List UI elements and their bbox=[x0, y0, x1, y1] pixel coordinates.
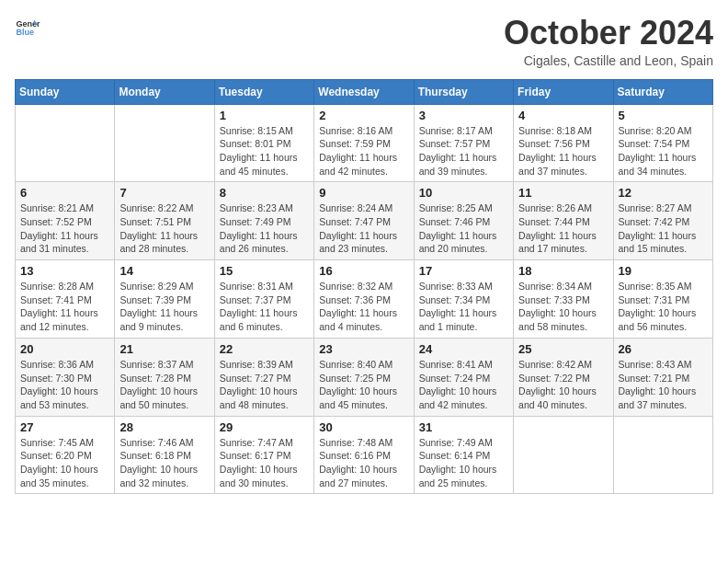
calendar-cell: 6Sunrise: 8:21 AM Sunset: 7:52 PM Daylig… bbox=[16, 182, 115, 260]
day-info: Sunrise: 8:43 AM Sunset: 7:21 PM Dayligh… bbox=[619, 358, 708, 412]
calendar-cell: 9Sunrise: 8:24 AM Sunset: 7:47 PM Daylig… bbox=[314, 182, 414, 260]
calendar-cell: 8Sunrise: 8:23 AM Sunset: 7:49 PM Daylig… bbox=[214, 182, 313, 260]
calendar-cell: 15Sunrise: 8:31 AM Sunset: 7:37 PM Dayli… bbox=[214, 260, 313, 339]
day-number: 11 bbox=[518, 186, 608, 200]
calendar-cell: 18Sunrise: 8:34 AM Sunset: 7:33 PM Dayli… bbox=[514, 260, 613, 339]
day-info: Sunrise: 8:21 AM Sunset: 7:52 PM Dayligh… bbox=[20, 201, 109, 256]
day-number: 21 bbox=[119, 342, 209, 356]
day-info: Sunrise: 8:32 AM Sunset: 7:36 PM Dayligh… bbox=[319, 280, 408, 334]
calendar-cell: 30Sunrise: 7:48 AM Sunset: 6:16 PM Dayli… bbox=[314, 416, 414, 494]
day-info: Sunrise: 8:37 AM Sunset: 7:28 PM Dayligh… bbox=[119, 358, 209, 412]
day-of-week-header: Monday bbox=[115, 79, 214, 104]
calendar-cell: 29Sunrise: 7:47 AM Sunset: 6:17 PM Dayli… bbox=[214, 416, 313, 494]
day-of-week-header: Wednesday bbox=[314, 79, 414, 104]
calendar-cell: 17Sunrise: 8:33 AM Sunset: 7:34 PM Dayli… bbox=[414, 260, 513, 339]
calendar-cell: 31Sunrise: 7:49 AM Sunset: 6:14 PM Dayli… bbox=[414, 416, 513, 494]
day-info: Sunrise: 8:16 AM Sunset: 7:59 PM Dayligh… bbox=[319, 124, 408, 178]
day-info: Sunrise: 8:22 AM Sunset: 7:51 PM Dayligh… bbox=[119, 201, 209, 256]
day-info: Sunrise: 8:27 AM Sunset: 7:42 PM Dayligh… bbox=[619, 201, 708, 256]
day-number: 28 bbox=[119, 420, 209, 434]
month-title: October 2024 bbox=[504, 15, 713, 52]
day-number: 23 bbox=[319, 342, 408, 356]
day-info: Sunrise: 8:25 AM Sunset: 7:46 PM Dayligh… bbox=[419, 201, 508, 256]
day-number: 27 bbox=[20, 420, 109, 434]
calendar-cell: 7Sunrise: 8:22 AM Sunset: 7:51 PM Daylig… bbox=[115, 182, 214, 260]
day-info: Sunrise: 8:33 AM Sunset: 7:34 PM Dayligh… bbox=[419, 280, 508, 334]
day-of-week-header: Friday bbox=[514, 79, 613, 104]
calendar-cell: 23Sunrise: 8:40 AM Sunset: 7:25 PM Dayli… bbox=[314, 338, 414, 416]
day-info: Sunrise: 8:31 AM Sunset: 7:37 PM Dayligh… bbox=[220, 280, 309, 334]
calendar-cell: 3Sunrise: 8:17 AM Sunset: 7:57 PM Daylig… bbox=[414, 104, 513, 182]
day-info: Sunrise: 8:42 AM Sunset: 7:22 PM Dayligh… bbox=[518, 358, 608, 412]
day-number: 5 bbox=[619, 109, 708, 122]
calendar-cell: 19Sunrise: 8:35 AM Sunset: 7:31 PM Dayli… bbox=[613, 260, 712, 339]
day-number: 18 bbox=[518, 264, 608, 278]
day-info: Sunrise: 8:18 AM Sunset: 7:56 PM Dayligh… bbox=[518, 124, 608, 178]
calendar-cell: 14Sunrise: 8:29 AM Sunset: 7:39 PM Dayli… bbox=[115, 260, 214, 339]
day-number: 7 bbox=[119, 186, 209, 200]
day-info: Sunrise: 8:36 AM Sunset: 7:30 PM Dayligh… bbox=[20, 358, 109, 412]
calendar-cell bbox=[115, 104, 214, 182]
day-number: 17 bbox=[419, 264, 508, 278]
calendar-cell bbox=[514, 416, 613, 494]
day-info: Sunrise: 8:20 AM Sunset: 7:54 PM Dayligh… bbox=[619, 124, 708, 178]
calendar-cell: 20Sunrise: 8:36 AM Sunset: 7:30 PM Dayli… bbox=[16, 338, 115, 416]
calendar-cell: 27Sunrise: 7:45 AM Sunset: 6:20 PM Dayli… bbox=[16, 416, 115, 494]
day-number: 1 bbox=[220, 109, 309, 122]
calendar-cell: 13Sunrise: 8:28 AM Sunset: 7:41 PM Dayli… bbox=[16, 260, 115, 339]
day-number: 22 bbox=[220, 342, 309, 356]
day-info: Sunrise: 7:47 AM Sunset: 6:17 PM Dayligh… bbox=[220, 436, 309, 490]
calendar-cell: 1Sunrise: 8:15 AM Sunset: 8:01 PM Daylig… bbox=[214, 104, 313, 182]
day-of-week-header: Thursday bbox=[414, 79, 513, 104]
calendar-cell: 24Sunrise: 8:41 AM Sunset: 7:24 PM Dayli… bbox=[414, 338, 513, 416]
day-info: Sunrise: 8:17 AM Sunset: 7:57 PM Dayligh… bbox=[419, 124, 508, 178]
day-info: Sunrise: 8:41 AM Sunset: 7:24 PM Dayligh… bbox=[419, 358, 508, 412]
day-number: 2 bbox=[319, 109, 408, 122]
day-info: Sunrise: 8:23 AM Sunset: 7:49 PM Dayligh… bbox=[220, 201, 309, 256]
location-subtitle: Cigales, Castille and Leon, Spain bbox=[504, 53, 713, 68]
day-info: Sunrise: 7:49 AM Sunset: 6:14 PM Dayligh… bbox=[419, 436, 508, 490]
calendar-cell: 22Sunrise: 8:39 AM Sunset: 7:27 PM Dayli… bbox=[214, 338, 313, 416]
day-number: 14 bbox=[119, 264, 209, 278]
day-number: 13 bbox=[20, 264, 109, 278]
day-info: Sunrise: 8:40 AM Sunset: 7:25 PM Dayligh… bbox=[319, 358, 408, 412]
day-info: Sunrise: 8:24 AM Sunset: 7:47 PM Dayligh… bbox=[319, 201, 408, 256]
day-number: 25 bbox=[518, 342, 608, 356]
day-number: 30 bbox=[319, 420, 408, 434]
calendar-cell: 26Sunrise: 8:43 AM Sunset: 7:21 PM Dayli… bbox=[613, 338, 712, 416]
calendar-cell: 12Sunrise: 8:27 AM Sunset: 7:42 PM Dayli… bbox=[613, 182, 712, 260]
day-info: Sunrise: 7:45 AM Sunset: 6:20 PM Dayligh… bbox=[20, 436, 109, 490]
calendar-cell: 11Sunrise: 8:26 AM Sunset: 7:44 PM Dayli… bbox=[514, 182, 613, 260]
day-info: Sunrise: 8:28 AM Sunset: 7:41 PM Dayligh… bbox=[20, 280, 109, 334]
day-info: Sunrise: 8:29 AM Sunset: 7:39 PM Dayligh… bbox=[119, 280, 209, 334]
day-number: 15 bbox=[220, 264, 309, 278]
day-number: 12 bbox=[619, 186, 708, 200]
day-number: 9 bbox=[319, 186, 408, 200]
calendar-cell: 28Sunrise: 7:46 AM Sunset: 6:18 PM Dayli… bbox=[115, 416, 214, 494]
calendar-cell: 21Sunrise: 8:37 AM Sunset: 7:28 PM Dayli… bbox=[115, 338, 214, 416]
day-number: 10 bbox=[419, 186, 508, 200]
calendar-cell bbox=[613, 416, 712, 494]
calendar-header: SundayMondayTuesdayWednesdayThursdayFrid… bbox=[16, 79, 713, 104]
day-number: 6 bbox=[20, 186, 109, 200]
day-number: 20 bbox=[20, 342, 109, 356]
day-number: 4 bbox=[518, 109, 608, 122]
day-number: 26 bbox=[619, 342, 708, 356]
day-info: Sunrise: 8:26 AM Sunset: 7:44 PM Dayligh… bbox=[518, 201, 608, 256]
day-info: Sunrise: 7:46 AM Sunset: 6:18 PM Dayligh… bbox=[119, 436, 209, 490]
calendar-body: 1Sunrise: 8:15 AM Sunset: 8:01 PM Daylig… bbox=[16, 104, 713, 494]
day-number: 29 bbox=[220, 420, 309, 434]
day-of-week-header: Saturday bbox=[613, 79, 712, 104]
day-number: 31 bbox=[419, 420, 508, 434]
day-info: Sunrise: 8:34 AM Sunset: 7:33 PM Dayligh… bbox=[518, 280, 608, 334]
logo: General Blue bbox=[15, 15, 40, 40]
page-header: General Blue October 2024 Cigales, Casti… bbox=[15, 15, 713, 68]
day-number: 16 bbox=[319, 264, 408, 278]
calendar-cell: 16Sunrise: 8:32 AM Sunset: 7:36 PM Dayli… bbox=[314, 260, 414, 339]
calendar-cell: 25Sunrise: 8:42 AM Sunset: 7:22 PM Dayli… bbox=[514, 338, 613, 416]
day-info: Sunrise: 7:48 AM Sunset: 6:16 PM Dayligh… bbox=[319, 436, 408, 490]
calendar-cell bbox=[16, 104, 115, 182]
svg-text:Blue: Blue bbox=[16, 28, 34, 37]
logo-icon: General Blue bbox=[15, 15, 40, 40]
day-info: Sunrise: 8:35 AM Sunset: 7:31 PM Dayligh… bbox=[619, 280, 708, 334]
